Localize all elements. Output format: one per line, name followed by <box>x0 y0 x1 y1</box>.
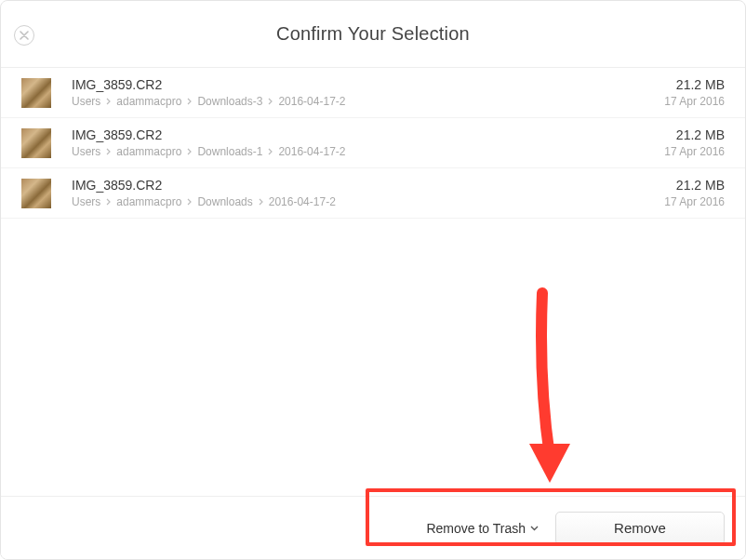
path-segment: 2016-04-17-2 <box>278 145 345 158</box>
file-meta: 21.2 MB 17 Apr 2016 <box>664 178 725 208</box>
close-icon <box>20 31 29 40</box>
annotation-arrow-icon <box>522 287 578 492</box>
file-date: 17 Apr 2016 <box>664 95 725 108</box>
file-info: IMG_3859.CR2 Users adammacpro Downloads … <box>72 178 664 208</box>
close-button[interactable] <box>14 25 34 46</box>
chevron-right-icon <box>268 148 273 155</box>
file-path: Users adammacpro Downloads-3 2016-04-17-… <box>72 95 664 108</box>
dialog-header: Confirm Your Selection <box>1 1 745 68</box>
file-size: 21.2 MB <box>664 178 725 193</box>
remove-mode-dropdown[interactable]: Remove to Trash <box>426 521 539 536</box>
chevron-right-icon <box>106 198 111 206</box>
chevron-down-icon <box>530 526 539 531</box>
file-row[interactable]: IMG_3859.CR2 Users adammacpro Downloads-… <box>1 118 745 168</box>
file-path: Users adammacpro Downloads 2016-04-17-2 <box>72 195 664 208</box>
path-segment: adammacpro <box>116 195 181 208</box>
file-thumbnail <box>21 78 51 108</box>
path-segment: 2016-04-17-2 <box>278 95 345 108</box>
chevron-right-icon <box>259 198 263 206</box>
dialog-footer: Remove to Trash Remove <box>1 496 745 559</box>
file-thumbnail <box>21 128 51 158</box>
file-row[interactable]: IMG_3859.CR2 Users adammacpro Downloads … <box>1 168 745 219</box>
file-size: 21.2 MB <box>664 127 725 142</box>
path-segment: Downloads-3 <box>197 95 262 108</box>
file-info: IMG_3859.CR2 Users adammacpro Downloads-… <box>72 77 664 108</box>
file-name: IMG_3859.CR2 <box>72 77 664 92</box>
chevron-right-icon <box>187 148 192 155</box>
file-info: IMG_3859.CR2 Users adammacpro Downloads-… <box>72 127 664 158</box>
file-name: IMG_3859.CR2 <box>72 178 664 193</box>
file-thumbnail <box>21 179 51 208</box>
path-segment: Users <box>72 95 100 108</box>
chevron-right-icon <box>106 98 111 105</box>
path-segment: Users <box>72 195 100 208</box>
path-segment: 2016-04-17-2 <box>269 195 336 208</box>
dialog-title: Confirm Your Selection <box>276 23 470 45</box>
file-list: IMG_3859.CR2 Users adammacpro Downloads-… <box>1 68 745 219</box>
dropdown-label: Remove to Trash <box>426 521 526 536</box>
path-segment: Downloads <box>197 195 252 208</box>
chevron-right-icon <box>268 98 273 105</box>
file-date: 17 Apr 2016 <box>664 195 725 208</box>
file-size: 21.2 MB <box>664 77 725 92</box>
file-date: 17 Apr 2016 <box>664 145 725 158</box>
chevron-right-icon <box>187 98 192 105</box>
file-name: IMG_3859.CR2 <box>72 127 664 142</box>
path-segment: adammacpro <box>116 95 181 108</box>
chevron-right-icon <box>187 198 192 206</box>
path-segment: adammacpro <box>116 145 181 158</box>
file-row[interactable]: IMG_3859.CR2 Users adammacpro Downloads-… <box>1 68 745 118</box>
file-path: Users adammacpro Downloads-1 2016-04-17-… <box>72 145 664 158</box>
file-meta: 21.2 MB 17 Apr 2016 <box>664 77 725 108</box>
file-meta: 21.2 MB 17 Apr 2016 <box>664 127 725 158</box>
path-segment: Downloads-1 <box>197 145 262 158</box>
chevron-right-icon <box>106 148 111 155</box>
remove-button[interactable]: Remove <box>555 512 725 545</box>
path-segment: Users <box>72 145 100 158</box>
